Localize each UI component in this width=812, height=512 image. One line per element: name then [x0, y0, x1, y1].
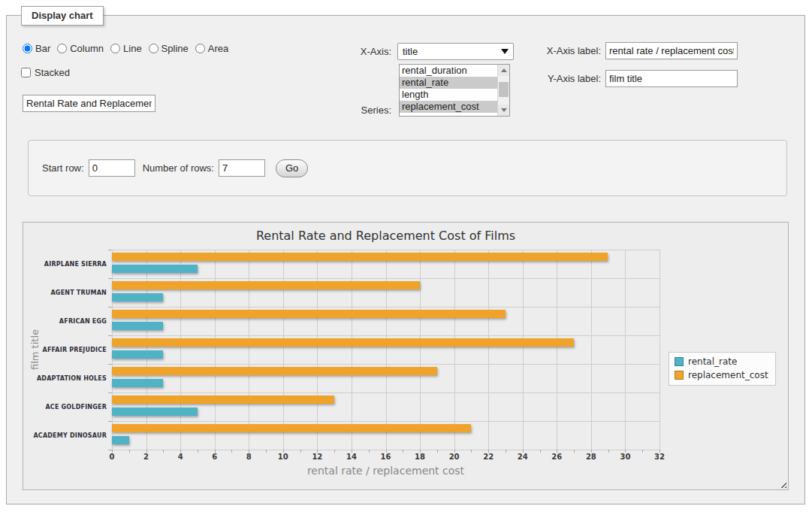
start-row-input[interactable] [89, 159, 135, 177]
gridline-vertical [420, 250, 421, 450]
go-button[interactable]: Go [276, 159, 308, 177]
x-axis-tick-label: 14 [340, 453, 363, 461]
chart-type-radio-bar[interactable] [23, 44, 32, 53]
chart-type-radio-spline[interactable] [149, 44, 158, 53]
chart-type-label: Area [208, 43, 228, 54]
chart-type-radio-area[interactable] [195, 44, 205, 53]
gridline-horizontal [112, 250, 660, 250]
bar-rental_rate [112, 407, 198, 416]
x-axis-tick [642, 450, 643, 453]
gridline-horizontal [112, 335, 660, 336]
x-axis-tick-label: 16 [375, 453, 397, 461]
x-axis-tick [300, 450, 301, 453]
chart-type-option-column[interactable]: Column [57, 43, 104, 54]
legend-label: rental_rate [688, 356, 737, 367]
bar-replacement_cost [112, 395, 334, 404]
gridline-vertical [488, 250, 489, 450]
bar-rental_rate [112, 322, 163, 330]
arrow-up-icon [501, 68, 507, 72]
stacked-checkbox-row[interactable]: Stacked [21, 65, 70, 79]
arrow-down-icon [501, 108, 507, 112]
y-axis-tick [108, 392, 112, 393]
chart-type-option-bar[interactable]: Bar [23, 43, 50, 54]
chart-type-label: Column [70, 43, 104, 54]
resize-handle-icon[interactable] [778, 480, 786, 488]
chart-type-label: Line [123, 43, 142, 54]
stacked-checkbox[interactable] [21, 68, 31, 77]
gridline-vertical [591, 250, 592, 450]
x-axis-tick-label: 20 [443, 453, 466, 461]
bar-replacement_cost [112, 310, 506, 318]
gridline-horizontal [112, 307, 660, 308]
series-option-rental_duration[interactable]: rental_duration [400, 65, 497, 77]
gridline-vertical [317, 250, 318, 450]
x-axis-tick-label: 22 [477, 453, 500, 461]
chart-type-option-spline[interactable]: Spline [149, 43, 189, 54]
y-axis-tick [108, 421, 112, 422]
row-range-panel: Start row: Number of rows: Go [28, 140, 787, 196]
legend-swatch-icon [675, 371, 684, 380]
gridline-horizontal [112, 278, 660, 279]
bar-rental_rate [112, 265, 198, 273]
chart-type-option-line[interactable]: Line [110, 43, 142, 54]
series-scrollbar[interactable] [497, 65, 509, 116]
gridline-vertical [180, 250, 181, 450]
x-axis-tick-label: 24 [512, 453, 534, 461]
gridline-vertical [112, 250, 113, 450]
x-axis-tick-label: 32 [648, 453, 671, 461]
legend-label: replacement_cost [688, 370, 768, 380]
x-axis-label-label: X-Axis label: [522, 45, 601, 56]
series-option-rental_rate[interactable]: rental_rate [400, 77, 497, 89]
gridline-vertical [283, 250, 284, 450]
y-axis-title: film title [29, 329, 41, 370]
number-of-rows-label: Number of rows: [143, 162, 214, 174]
chart-type-radio-group: BarColumnLineSplineArea [23, 41, 228, 55]
x-axis-tick-label: 26 [545, 453, 568, 461]
x-axis-selected-value: title [403, 46, 418, 57]
x-axis-tick [231, 450, 232, 453]
chart-title: Rental Rate and Replacement Cost of Film… [112, 229, 660, 243]
category-label: AGENT TRUMAN [23, 278, 107, 307]
series-option-replacement_cost[interactable]: replacement_cost [400, 101, 497, 113]
scroll-down-button[interactable] [498, 105, 509, 116]
x-axis-tick [437, 450, 438, 453]
bar-rental_rate [112, 350, 163, 359]
series-option-length[interactable]: length [400, 89, 497, 101]
x-axis-tick [608, 450, 609, 453]
x-axis-select-label: X-Axis: [315, 46, 391, 57]
display-chart-legend: Display chart [21, 6, 104, 26]
category-label: ACE GOLDFINGER [23, 392, 107, 421]
legend-item-rental_rate[interactable]: rental_rate [675, 356, 768, 367]
x-axis-tick [198, 450, 198, 453]
x-axis-label-input[interactable] [605, 42, 738, 59]
bar-replacement_cost [112, 367, 437, 375]
chart-type-option-area[interactable]: Area [195, 43, 228, 54]
scroll-up-button[interactable] [498, 65, 509, 76]
gridline-vertical [660, 250, 660, 450]
y-axis-tick [108, 250, 112, 250]
y-axis-label-input[interactable] [605, 70, 738, 87]
chevron-down-icon [501, 49, 509, 54]
chart-type-radio-line[interactable] [110, 44, 120, 53]
scrollbar-track[interactable] [498, 76, 509, 105]
x-axis-tick [266, 450, 267, 453]
x-axis-tick-label: 18 [409, 453, 431, 461]
number-of-rows-input[interactable] [219, 159, 265, 177]
stacked-label: Stacked [35, 67, 70, 78]
chart-title-input[interactable] [23, 95, 155, 112]
x-axis-title: rental rate / replacement cost [112, 465, 660, 477]
chart-type-label: Spline [161, 43, 189, 54]
bar-rental_rate [112, 379, 163, 387]
gridline-vertical [625, 250, 626, 450]
legend-item-replacement_cost[interactable]: replacement_cost [675, 370, 768, 380]
x-axis-tick [163, 450, 164, 453]
gridline-vertical [146, 250, 147, 450]
scrollbar-thumb[interactable] [499, 82, 509, 97]
y-axis-tick [108, 335, 112, 336]
x-axis-select[interactable]: title [397, 43, 514, 60]
x-axis-tick [403, 450, 403, 453]
category-label: AIRPLANE SIERRA [23, 250, 107, 278]
chart-type-radio-column[interactable] [57, 44, 67, 53]
series-multiselect[interactable]: rental_durationrental_ratelengthreplacem… [399, 64, 510, 117]
x-axis-tick-label: 6 [204, 453, 226, 461]
